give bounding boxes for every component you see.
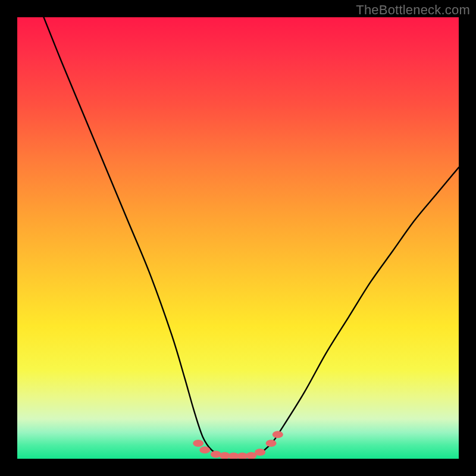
- marker-dot: [211, 451, 221, 458]
- marker-dot: [193, 440, 203, 447]
- watermark-text: TheBottleneck.com: [356, 2, 470, 18]
- bottleneck-curve-svg: [17, 17, 459, 459]
- marker-dot: [273, 431, 283, 438]
- marker-dot: [266, 440, 277, 447]
- bottleneck-curve-path: [44, 17, 459, 457]
- marker-dot: [255, 449, 265, 456]
- chart-plot-area: [17, 17, 459, 459]
- marker-dot: [199, 446, 210, 453]
